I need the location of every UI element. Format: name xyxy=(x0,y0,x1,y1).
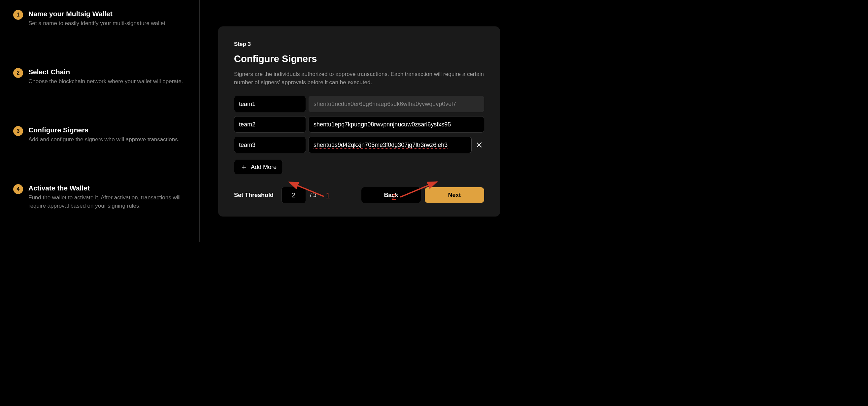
step-desc: Fund the wallet to activate it. After ac… xyxy=(28,194,186,210)
card-description: Signers are the individuals authorized t… xyxy=(234,70,484,87)
content-panel: Step 3 Configure Signers Signers are the… xyxy=(200,0,515,242)
card-footer: Set Threshold 2 / 3 Back Next xyxy=(234,187,484,203)
step-item-4[interactable]: 4 Activate the Wallet Fund the wallet to… xyxy=(13,184,186,210)
step-item-3[interactable]: 3 Configure Signers Add and configure th… xyxy=(13,125,186,144)
signer-address-input[interactable]: shentu1s9d42qkxjn705me3f0dg307jg7ltr3rwz… xyxy=(309,137,472,153)
step-label: Step 3 xyxy=(234,41,484,48)
signer-address-input: shentu1ncdux0er69g6maep6sdk6wfha0yvwquvp… xyxy=(309,96,484,112)
signer-row-2: team2 shentu1epq7kpuqgn08rwvpnnjnucuw0zs… xyxy=(234,116,484,133)
step-title: Activate the Wallet xyxy=(28,184,186,192)
remove-signer-button[interactable] xyxy=(474,140,484,150)
signer-row-3: team3 shentu1s9d42qkxjn705me3f0dg307jg7l… xyxy=(234,137,484,153)
close-icon xyxy=(476,142,483,148)
threshold-label: Set Threshold xyxy=(234,192,274,199)
back-button[interactable]: Back xyxy=(362,187,421,203)
signer-row-1: team1 shentu1ncdux0er69g6maep6sdk6wfha0y… xyxy=(234,96,484,112)
step-desc: Choose the blockchain network where your… xyxy=(28,77,186,86)
threshold-input[interactable]: 2 xyxy=(281,187,306,203)
configure-signers-card: Step 3 Configure Signers Signers are the… xyxy=(218,26,500,217)
step-title: Select Chain xyxy=(28,67,186,76)
signer-address-input[interactable]: shentu1epq7kpuqgn08rwvpnnjnucuw0zsarl6ys… xyxy=(309,116,484,133)
text-caret xyxy=(448,141,448,149)
step-badge: 3 xyxy=(13,126,23,136)
stepper-panel: 1 Name your Multsig Wallet Set a name to… xyxy=(0,0,200,242)
signer-name-input[interactable]: team2 xyxy=(234,116,306,133)
step-desc: Add and configure the signers who will a… xyxy=(28,136,186,144)
next-button[interactable]: Next xyxy=(425,187,484,203)
add-more-label: Add More xyxy=(251,164,277,170)
step-badge: 1 xyxy=(13,10,23,20)
step-title: Configure Signers xyxy=(28,125,186,134)
step-item-2[interactable]: 2 Select Chain Choose the blockchain net… xyxy=(13,67,186,86)
step-title: Name your Multsig Wallet xyxy=(28,9,186,18)
step-item-1[interactable]: 1 Name your Multsig Wallet Set a name to… xyxy=(13,9,186,28)
step-desc: Set a name to easily identify your multi… xyxy=(28,20,186,28)
add-more-button[interactable]: ＋ Add More xyxy=(234,160,283,174)
card-title: Configure Signers xyxy=(234,54,484,64)
step-badge: 4 xyxy=(13,184,23,194)
app-root: 1 Name your Multsig Wallet Set a name to… xyxy=(0,0,515,242)
step-badge: 2 xyxy=(13,68,23,78)
signer-name-input[interactable]: team1 xyxy=(234,96,306,112)
threshold-total: / 3 xyxy=(310,192,316,199)
signer-name-input[interactable]: team3 xyxy=(234,137,306,153)
plus-icon: ＋ xyxy=(240,163,248,170)
